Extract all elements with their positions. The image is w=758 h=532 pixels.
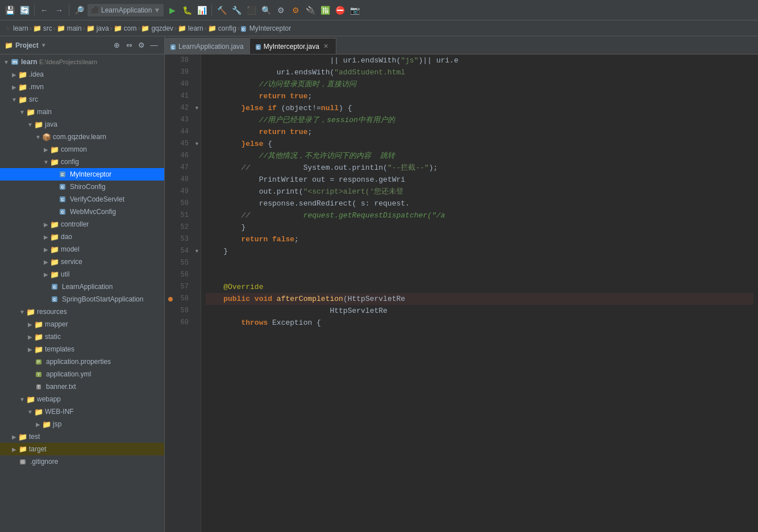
tree-item-learnapplication[interactable]: ▶ c LearnApplication — [0, 280, 164, 293]
line-39: 39 — [167, 66, 189, 78]
code-line-47: // System.out.println("--拦截--"); — [206, 162, 753, 174]
tab-learnapplication[interactable]: c LearnApplication.java — [165, 38, 250, 54]
tree-item-controller[interactable]: ▶ 📁 controller — [0, 218, 164, 231]
terminal-button[interactable]: ⬛ — [245, 4, 257, 16]
tree-item-config[interactable]: ▼ 📁 config — [0, 156, 164, 168]
tree-arrow-resources: ▼ — [18, 308, 26, 316]
tree-item-springboot[interactable]: ▶ c SpringBootStartApplication — [0, 293, 164, 305]
gear-icon[interactable]: ⚙ — [136, 40, 147, 51]
tree-item-mapper[interactable]: ▶ 📁 mapper — [0, 318, 164, 330]
code-line-54: } — [206, 245, 753, 257]
camera-button[interactable]: 📷 — [348, 4, 361, 16]
forward-button[interactable]: → — [53, 4, 65, 16]
gutter-55 — [193, 257, 201, 269]
code-area[interactable]: || uri.endsWith("js")|| uri.e uri.endsWi… — [201, 55, 758, 532]
breadcrumb-config[interactable]: 📁 config — [208, 24, 236, 32]
tree-item-src[interactable]: ▼ 📁 src — [0, 93, 164, 106]
tree-item-mvn[interactable]: ▶ 📁 .mvn — [0, 81, 164, 93]
folder-icon-jsp: 📁 — [42, 420, 51, 429]
translate-button[interactable]: 🈯 — [319, 4, 331, 16]
sidebar-tools: ⊕ ⇔ ⚙ — — [111, 40, 160, 51]
vcs-button[interactable]: 🔧 — [230, 4, 243, 16]
breadcrumb-com[interactable]: 📁 com — [114, 24, 137, 32]
sidebar-dropdown[interactable]: ▼ — [41, 42, 47, 48]
breadcrumb-gqzdev[interactable]: 📁 gqzdev — [141, 24, 173, 32]
tree-item-jsp[interactable]: ▶ 📁 jsp — [0, 418, 164, 430]
profile-button[interactable]: 📊 — [195, 4, 208, 16]
breadcrumb-learn2[interactable]: 📁 learn — [178, 24, 203, 32]
build-button[interactable]: 🔨 — [215, 4, 228, 16]
breadcrumb-learn[interactable]: ◾ learn — [5, 24, 28, 32]
run-button[interactable]: ▶ — [166, 4, 178, 16]
tree-item-target[interactable]: ▶ 📁 target — [0, 443, 164, 455]
run-config-button[interactable]: ⬛ LearnApplication ▼ — [88, 4, 164, 16]
tree-item-util[interactable]: ▶ 📁 util — [0, 268, 164, 280]
tree-item-webapp[interactable]: ▼ 📁 webapp — [0, 393, 164, 405]
toolbar: 💾 🔄 ← → 🔎 ⬛ LearnApplication ▼ ▶ 🐛 📊 🔨 🔧… — [0, 0, 758, 20]
tree-item-gitignore[interactable]: ▶ G .gitignore — [0, 455, 164, 468]
line-47: 47 — [167, 162, 189, 174]
settings-button[interactable]: ⚙ — [274, 4, 287, 16]
hide-panel-button[interactable]: — — [148, 40, 160, 51]
tree-item-resources[interactable]: ▼ 📁 resources — [0, 305, 164, 318]
back-button[interactable]: ← — [38, 4, 51, 16]
code-line-52: } — [206, 221, 753, 233]
tree-item-service[interactable]: ▶ 📁 service — [0, 255, 164, 268]
code-line-39: uri.endsWith("addStudent.html — [206, 66, 753, 78]
breadcrumb-main[interactable]: 📁 main — [57, 24, 82, 32]
tree-item-templates[interactable]: ▶ 📁 templates — [0, 343, 164, 355]
tree-item-myinterceptor[interactable]: ▶ c MyInterceptor — [0, 168, 164, 181]
tree-item-java[interactable]: ▼ 📁 java — [0, 118, 164, 131]
run-config-label: LearnApplication — [101, 6, 152, 14]
tree-item-shiroconfig[interactable]: ▶ c ShiroConfig — [0, 181, 164, 193]
gutter-49 — [193, 186, 201, 198]
tree-item-webmvc[interactable]: ▶ c WebMvcConfig — [0, 206, 164, 218]
tree-item-model[interactable]: ▶ 📁 model — [0, 243, 164, 255]
collapse-all-button[interactable]: ⇔ — [123, 40, 135, 51]
tree-item-main[interactable]: ▼ 📁 main — [0, 106, 164, 118]
tab-close-button[interactable]: ✕ — [322, 43, 330, 51]
help-button[interactable]: ⚙ — [289, 4, 302, 16]
save-button[interactable]: 💾 — [3, 4, 16, 16]
gutter-54[interactable]: ▼ — [193, 245, 201, 257]
line-43: 43 — [167, 114, 189, 126]
breadcrumb-src[interactable]: 📁 src — [33, 24, 52, 32]
breadcrumb-java[interactable]: 📁 java — [86, 24, 109, 32]
debug-button[interactable]: 🐛 — [181, 4, 193, 16]
folder-icon-src: 📁 — [18, 95, 27, 104]
locate-file-button[interactable]: ⊕ — [111, 40, 122, 51]
gutter-56 — [193, 269, 201, 281]
tree-item-package[interactable]: ▼ 📦 com.gqzdev.learn — [0, 131, 164, 143]
tree-item-idea[interactable]: ▶ 📁 .idea — [0, 68, 164, 81]
extra-button[interactable]: ⛔ — [334, 4, 346, 16]
tree-item-webinf[interactable]: ▼ 📁 WEB-INF — [0, 405, 164, 418]
class-icon-myinterceptor: c — [58, 170, 67, 179]
tree-arrow-static: ▶ — [26, 333, 34, 341]
tree-item-app-yml[interactable]: ▶ Y application.yml — [0, 368, 164, 380]
tree-item-static[interactable]: ▶ 📁 static — [0, 330, 164, 343]
breadcrumb-class[interactable]: c MyInterceptor — [241, 24, 291, 32]
code-line-49: out.print("<script>alert('您还未登 — [206, 186, 753, 198]
tree-item-app-properties[interactable]: ▶ P application.properties — [0, 355, 164, 368]
analyze-button[interactable]: 🔎 — [73, 4, 85, 16]
class-icon-webmvc: c — [58, 207, 67, 216]
folder-icon-service: 📁 — [50, 257, 59, 266]
gutter-45[interactable]: ▼ — [193, 138, 201, 150]
tab-myinterceptor[interactable]: c MyInterceptor.java ✕ — [250, 38, 336, 54]
tree-item-learn-root[interactable]: ▼ m learn E:\IdeaProjects\learn — [0, 56, 164, 68]
tree-item-common[interactable]: ▶ 📁 common — [0, 143, 164, 156]
gutter-58 — [193, 293, 201, 305]
folder-icon-common: 📁 — [50, 145, 59, 154]
tree-item-dao[interactable]: ▶ 📁 dao — [0, 231, 164, 243]
class-icon-springboot: c — [50, 295, 59, 304]
folder-icon-6: 📁 — [178, 24, 186, 32]
line-59: 59 — [167, 305, 189, 317]
gutter-42[interactable]: ▼ — [193, 102, 201, 114]
tree-item-verifycode[interactable]: ▶ c VerifyCodeServlet — [0, 193, 164, 206]
tree-item-banner[interactable]: ▶ T banner.txt — [0, 380, 164, 393]
search-button[interactable]: 🔍 — [260, 4, 272, 16]
gutter-44 — [193, 126, 201, 138]
plugin-button[interactable]: 🔌 — [304, 4, 316, 16]
tree-item-test[interactable]: ▶ 📁 test — [0, 430, 164, 443]
sync-button[interactable]: 🔄 — [18, 4, 31, 16]
